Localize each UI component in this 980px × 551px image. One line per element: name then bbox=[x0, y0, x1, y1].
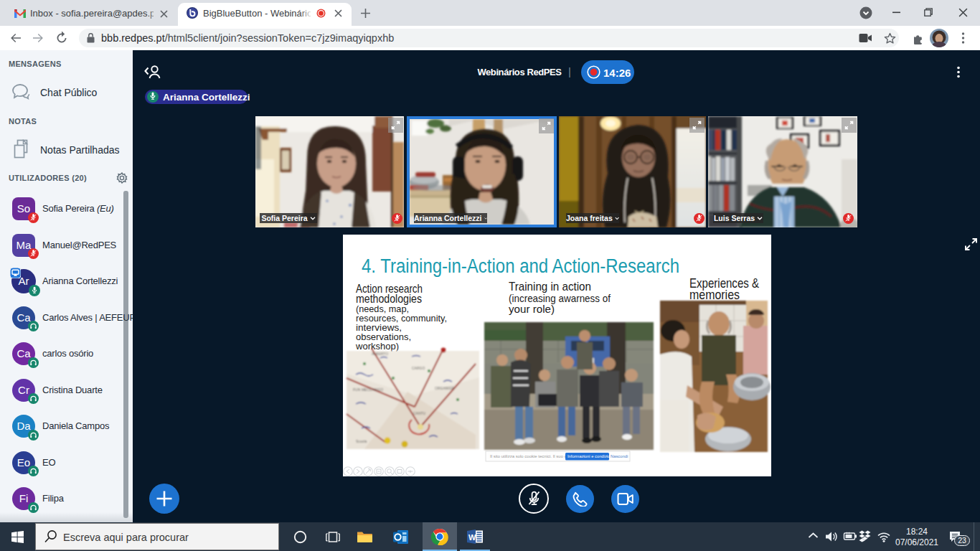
svg-text:Nascondi: Nascondi bbox=[611, 454, 628, 458]
svg-text:ORGANIGR: ORGANIGR bbox=[435, 386, 455, 390]
svg-text:Informazioni e condizioni: Informazioni e condizioni bbox=[567, 454, 613, 458]
svg-text:workshop): workshop) bbox=[355, 341, 399, 352]
svg-text:ALBERTO: ALBERTO bbox=[372, 352, 388, 356]
svg-text:W: W bbox=[468, 533, 476, 542]
svg-text:your role): your role) bbox=[509, 303, 555, 315]
svg-text:FUN MECCANICO: FUN MECCANICO bbox=[353, 387, 383, 392]
svg-text:CANTU: CANTU bbox=[413, 411, 426, 415]
svg-text:CARGO: CARGO bbox=[412, 366, 425, 370]
svg-text:Scuola: Scuola bbox=[356, 439, 367, 443]
svg-text:memories: memories bbox=[689, 287, 740, 302]
svg-text:4. Training-in-Action and Acti: 4. Training-in-Action and Action-Researc… bbox=[362, 255, 679, 277]
